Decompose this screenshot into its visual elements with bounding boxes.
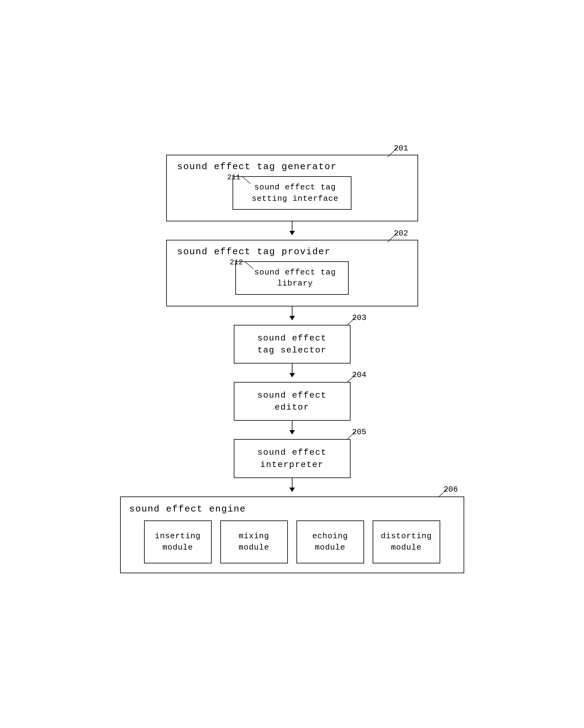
- arrow-1: [120, 222, 464, 240]
- arrow-5: [120, 478, 464, 496]
- selector-box: sound effect tag selector: [234, 325, 351, 364]
- selector-wrap: 203 sound effect tag selector: [234, 325, 351, 364]
- provider-inner-label: sound effect tag library: [254, 267, 336, 289]
- editor-wrap: 204 sound effect editor: [234, 382, 351, 421]
- ref-202-line: [386, 232, 399, 243]
- generator-inner-wrap: 211 sound effect tag setting interface: [174, 176, 410, 213]
- generator-box: 201 sound effect tag generator 211 sound…: [166, 155, 418, 222]
- interpreter-label: sound effect interpreter: [240, 446, 344, 470]
- ref-201-line: [386, 147, 399, 158]
- arrow-line-2: [292, 307, 293, 320]
- generator-inner-label: sound effect tag setting interface: [252, 182, 338, 204]
- ref-211: 211: [227, 173, 240, 181]
- editor-label: sound effect editor: [240, 389, 344, 413]
- echoing-module: echoingmodule: [297, 520, 364, 564]
- generator-title: sound effect tag generator: [174, 161, 410, 172]
- arrow-line-5: [292, 478, 293, 492]
- ref-211-line: [241, 176, 252, 184]
- editor-box: sound effect editor: [234, 382, 351, 421]
- svg-line-3: [245, 261, 253, 269]
- diagram: 201 sound effect tag generator 211 sound…: [108, 136, 477, 592]
- provider-box: 202 sound effect tag provider 212 sound …: [166, 240, 418, 307]
- arrow-4: [120, 421, 464, 439]
- generator-wrap: 201 sound effect tag generator 211 sound…: [166, 155, 418, 222]
- arrow-line-4: [292, 421, 293, 434]
- engine-wrap: 206 sound effect engine insertingmodule …: [120, 496, 464, 573]
- selector-label: sound effect tag selector: [240, 332, 344, 356]
- provider-inner-wrap: 212 sound effect tag library: [174, 261, 410, 298]
- mixing-module: mixingmodule: [220, 520, 288, 564]
- engine-title: sound effect engine: [128, 504, 456, 514]
- arrow-line-1: [292, 222, 293, 235]
- provider-inner-ref-wrap: 212 sound effect tag library: [235, 261, 349, 295]
- arrow-2: [120, 307, 464, 325]
- inserting-module: insertingmodule: [144, 520, 212, 564]
- svg-line-1: [242, 176, 250, 184]
- provider-wrap: 202 sound effect tag provider 212 sound …: [166, 240, 418, 307]
- interpreter-wrap: 205 sound effect interpreter: [234, 439, 351, 478]
- distorting-module: distortingmodule: [373, 520, 440, 564]
- interpreter-box: sound effect interpreter: [234, 439, 351, 478]
- svg-line-2: [387, 232, 398, 242]
- ref-212-line: [244, 261, 254, 269]
- svg-line-0: [387, 147, 398, 157]
- provider-title: sound effect tag provider: [174, 246, 410, 257]
- generator-inner-ref-wrap: 211 sound effect tag setting interface: [233, 176, 351, 210]
- ref-212: 212: [230, 258, 243, 266]
- engine-box: sound effect engine insertingmodule mixi…: [120, 496, 464, 573]
- arrow-line-3: [292, 364, 293, 377]
- arrow-3: [120, 364, 464, 382]
- engine-modules: insertingmodule mixingmodule echoingmodu…: [128, 520, 456, 564]
